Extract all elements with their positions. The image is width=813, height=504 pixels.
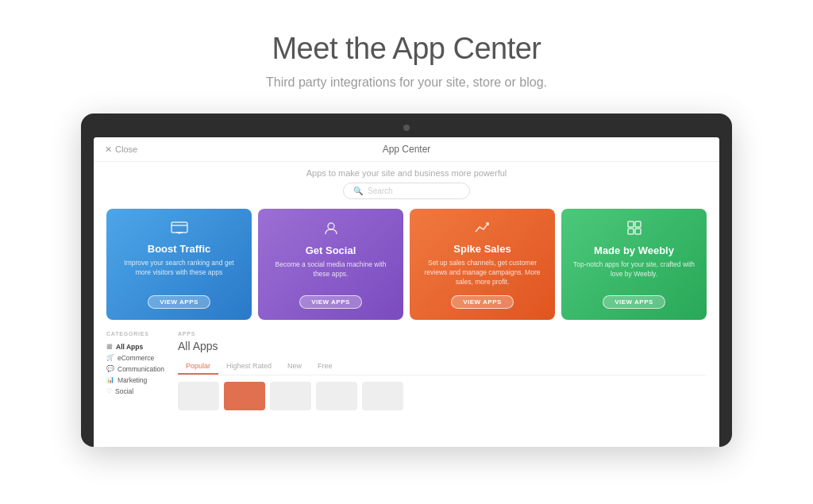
app-center: ✕ Close App Center Apps to make your sit… <box>94 137 719 447</box>
laptop-frame: ✕ Close App Center Apps to make your sit… <box>81 113 732 447</box>
app-thumb-4[interactable] <box>316 382 357 410</box>
svg-rect-5 <box>628 221 634 227</box>
spike-sales-desc: Set up sales channels, get customer revi… <box>419 259 545 287</box>
tab-popular[interactable]: Popular <box>178 359 218 375</box>
categories-sidebar: CATEGORIES ▦ All Apps 🛒 eCommerce 💬 Comm… <box>106 331 170 410</box>
app-thumb-2[interactable] <box>224 382 265 410</box>
apps-grid <box>178 382 707 410</box>
boost-traffic-title: Boost Traffic <box>148 243 210 255</box>
boost-traffic-card[interactable]: Boost Traffic Improve your search rankin… <box>106 209 252 320</box>
made-by-weebly-desc: Top-notch apps for your site, crafted wi… <box>571 260 697 287</box>
social-icon: ♡ <box>106 387 112 394</box>
search-bar-container: 🔍 Search <box>94 183 719 199</box>
sidebar-item-label-ecommerce: eCommerce <box>118 354 154 362</box>
get-social-icon <box>323 220 339 240</box>
get-social-desc: Become a social media machine with these… <box>268 260 394 287</box>
page-subtitle: Third party integrations for your site, … <box>266 75 547 90</box>
sidebar-item-all-apps[interactable]: ▦ All Apps <box>106 341 170 352</box>
sidebar-item-communication[interactable]: 💬 Communication <box>106 364 170 375</box>
all-apps-icon: ▦ <box>106 343 113 350</box>
made-by-weebly-title: Made by Weebly <box>594 244 674 256</box>
spike-sales-title: Spike Sales <box>453 243 511 255</box>
tab-new[interactable]: New <box>279 359 310 375</box>
get-social-title: Get Social <box>306 244 356 256</box>
sidebar-item-label-all-apps: All Apps <box>116 343 143 351</box>
sidebar-item-label-communication: Communication <box>118 365 164 373</box>
marketing-icon: 📊 <box>106 376 114 383</box>
apps-label: APPS <box>178 331 707 337</box>
apps-main: APPS All Apps Popular Highest Rated New … <box>178 331 707 410</box>
made-by-weebly-icon <box>626 220 642 240</box>
app-thumb-5[interactable] <box>362 382 403 410</box>
sidebar-item-marketing[interactable]: 📊 Marketing <box>106 375 170 386</box>
made-by-weebly-button[interactable]: VIEW APPS <box>603 295 665 309</box>
svg-point-4 <box>328 223 334 229</box>
app-center-topbar: ✕ Close App Center <box>94 137 719 162</box>
app-center-subtitle: Apps to make your site and business more… <box>94 162 719 183</box>
apps-section-title: All Apps <box>178 340 707 352</box>
made-by-weebly-card[interactable]: Made by Weebly Top-notch apps for your s… <box>561 209 707 320</box>
boost-traffic-icon <box>171 220 188 238</box>
get-social-card[interactable]: Get Social Become a social media machine… <box>258 209 403 320</box>
svg-rect-6 <box>635 221 641 227</box>
svg-rect-8 <box>635 229 641 234</box>
sidebar-item-label-social: Social <box>115 387 133 395</box>
close-label: Close <box>115 144 137 154</box>
spike-sales-card[interactable]: Spike Sales Set up sales channels, get c… <box>410 209 555 320</box>
boost-traffic-button[interactable]: VIEW APPS <box>148 295 210 309</box>
svg-rect-0 <box>171 222 187 233</box>
svg-rect-7 <box>628 229 634 234</box>
tab-highest-rated[interactable]: Highest Rated <box>218 359 279 375</box>
close-icon: ✕ <box>105 144 112 155</box>
page-title: Meet the App Center <box>266 32 547 66</box>
boost-traffic-desc: Improve your search ranking and get more… <box>116 259 242 287</box>
close-button[interactable]: ✕ Close <box>105 144 137 155</box>
sidebar-item-ecommerce[interactable]: 🛒 eCommerce <box>106 352 170 364</box>
app-thumb-3[interactable] <box>270 382 311 410</box>
cards-row: Boost Traffic Improve your search rankin… <box>94 209 719 320</box>
spike-sales-icon <box>474 220 491 238</box>
get-social-button[interactable]: VIEW APPS <box>299 295 362 309</box>
sidebar-item-social[interactable]: ♡ Social <box>106 386 170 397</box>
communication-icon: 💬 <box>106 365 114 372</box>
categories-label: CATEGORIES <box>106 331 170 337</box>
spike-sales-button[interactable]: VIEW APPS <box>451 295 514 309</box>
bottom-panel: CATEGORIES ▦ All Apps 🛒 eCommerce 💬 Comm… <box>94 331 719 410</box>
laptop-camera <box>403 125 410 131</box>
page-header: Meet the App Center Third party integrat… <box>266 32 547 90</box>
topbar-title: App Center <box>383 144 431 155</box>
ecommerce-icon: 🛒 <box>106 354 114 361</box>
search-icon: 🔍 <box>353 187 363 195</box>
sidebar-item-label-marketing: Marketing <box>118 376 147 384</box>
search-bar[interactable]: 🔍 Search <box>343 183 470 199</box>
laptop-screen: ✕ Close App Center Apps to make your sit… <box>94 137 719 447</box>
apps-tabs: Popular Highest Rated New Free <box>178 359 707 375</box>
tab-free[interactable]: Free <box>310 359 341 375</box>
search-input[interactable]: Search <box>368 187 393 195</box>
app-thumb-1[interactable] <box>178 382 219 410</box>
